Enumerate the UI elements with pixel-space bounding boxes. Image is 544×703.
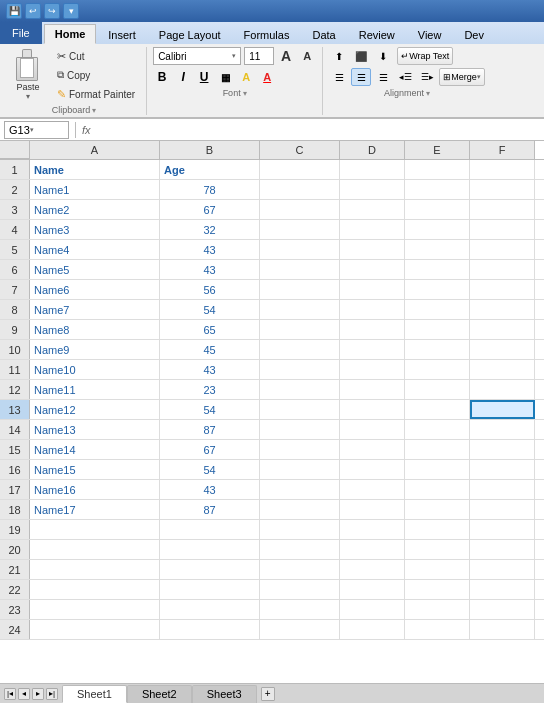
cell-C1[interactable] — [260, 160, 340, 179]
cell-C2[interactable] — [260, 180, 340, 199]
font-size-selector[interactable]: 11 — [244, 47, 274, 65]
cell-E2[interactable] — [405, 180, 470, 199]
cell-C3[interactable] — [260, 200, 340, 219]
merge-button[interactable]: ⊞ Merge ▾ — [439, 68, 485, 86]
sheet-nav-prev[interactable]: ◂ — [18, 688, 30, 700]
cell-D16[interactable] — [340, 460, 405, 479]
row-number-19[interactable]: 19 — [0, 520, 30, 539]
cell-E10[interactable] — [405, 340, 470, 359]
cell-C7[interactable] — [260, 280, 340, 299]
cell-B6[interactable]: 43 — [160, 260, 260, 279]
sheet-nav-next[interactable]: ▸ — [32, 688, 44, 700]
cell-C17[interactable] — [260, 480, 340, 499]
cell-D8[interactable] — [340, 300, 405, 319]
row-number-10[interactable]: 10 — [0, 340, 30, 359]
row-number-3[interactable]: 3 — [0, 200, 30, 219]
row-number-15[interactable]: 15 — [0, 440, 30, 459]
formula-input[interactable] — [102, 121, 540, 139]
cell-A18[interactable]: Name17 — [30, 500, 160, 519]
cell-F6[interactable] — [470, 260, 535, 279]
cell-F7[interactable] — [470, 280, 535, 299]
bold-button[interactable]: B — [153, 68, 171, 86]
col-header-F[interactable]: F — [470, 141, 535, 159]
cell-A10[interactable]: Name9 — [30, 340, 160, 359]
cell-D3[interactable] — [340, 200, 405, 219]
cell-E3[interactable] — [405, 200, 470, 219]
tab-dev[interactable]: Dev — [453, 24, 495, 44]
cell-E1[interactable] — [405, 160, 470, 179]
cell-B22[interactable] — [160, 580, 260, 599]
cell-E23[interactable] — [405, 600, 470, 619]
row-number-17[interactable]: 17 — [0, 480, 30, 499]
wrap-text-button[interactable]: ↵ Wrap Text — [397, 47, 453, 65]
cell-B12[interactable]: 23 — [160, 380, 260, 399]
copy-button[interactable]: ⧉ Copy — [52, 66, 140, 84]
cell-D18[interactable] — [340, 500, 405, 519]
cell-F24[interactable] — [470, 620, 535, 639]
cell-F20[interactable] — [470, 540, 535, 559]
align-left-button[interactable]: ☰ — [329, 68, 349, 86]
cell-C18[interactable] — [260, 500, 340, 519]
tab-formulas[interactable]: Formulas — [233, 24, 301, 44]
cell-E6[interactable] — [405, 260, 470, 279]
cell-D22[interactable] — [340, 580, 405, 599]
cell-E15[interactable] — [405, 440, 470, 459]
row-number-9[interactable]: 9 — [0, 320, 30, 339]
col-header-A[interactable]: A — [30, 141, 160, 159]
cell-F11[interactable] — [470, 360, 535, 379]
row-number-4[interactable]: 4 — [0, 220, 30, 239]
cell-ref-arrow[interactable]: ▾ — [30, 126, 34, 134]
tab-page-layout[interactable]: Page Layout — [148, 24, 232, 44]
cell-E19[interactable] — [405, 520, 470, 539]
cell-A15[interactable]: Name14 — [30, 440, 160, 459]
row-number-7[interactable]: 7 — [0, 280, 30, 299]
row-number-16[interactable]: 16 — [0, 460, 30, 479]
alignment-group-arrow[interactable]: ▾ — [426, 89, 430, 98]
tab-review[interactable]: Review — [348, 24, 406, 44]
cell-F10[interactable] — [470, 340, 535, 359]
cell-C20[interactable] — [260, 540, 340, 559]
cell-A23[interactable] — [30, 600, 160, 619]
cell-C8[interactable] — [260, 300, 340, 319]
cell-E11[interactable] — [405, 360, 470, 379]
tab-insert[interactable]: Insert — [97, 24, 147, 44]
cell-C5[interactable] — [260, 240, 340, 259]
cell-C15[interactable] — [260, 440, 340, 459]
cell-F13[interactable] — [470, 400, 535, 419]
cell-B10[interactable]: 45 — [160, 340, 260, 359]
sheet-tab-sheet3[interactable]: Sheet3 — [192, 685, 257, 703]
cell-F4[interactable] — [470, 220, 535, 239]
cell-F9[interactable] — [470, 320, 535, 339]
cell-D10[interactable] — [340, 340, 405, 359]
cell-D1[interactable] — [340, 160, 405, 179]
paste-button[interactable]: Paste ▾ — [8, 51, 48, 99]
font-color-button[interactable]: A — [258, 68, 276, 86]
cell-A4[interactable]: Name3 — [30, 220, 160, 239]
cell-C21[interactable] — [260, 560, 340, 579]
cell-D19[interactable] — [340, 520, 405, 539]
cell-F14[interactable] — [470, 420, 535, 439]
cell-C12[interactable] — [260, 380, 340, 399]
cell-B4[interactable]: 32 — [160, 220, 260, 239]
cell-B1[interactable]: Age — [160, 160, 260, 179]
cell-C19[interactable] — [260, 520, 340, 539]
cell-F16[interactable] — [470, 460, 535, 479]
cell-D5[interactable] — [340, 240, 405, 259]
cell-A2[interactable]: Name1 — [30, 180, 160, 199]
cell-E24[interactable] — [405, 620, 470, 639]
undo-icon[interactable]: ↩ — [25, 3, 41, 19]
redo-icon[interactable]: ↪ — [44, 3, 60, 19]
cell-F15[interactable] — [470, 440, 535, 459]
cell-B2[interactable]: 78 — [160, 180, 260, 199]
cell-D6[interactable] — [340, 260, 405, 279]
col-header-C[interactable]: C — [260, 141, 340, 159]
cell-F1[interactable] — [470, 160, 535, 179]
cell-B17[interactable]: 43 — [160, 480, 260, 499]
cell-A13[interactable]: Name12 — [30, 400, 160, 419]
cell-E4[interactable] — [405, 220, 470, 239]
tab-file[interactable]: File — [0, 22, 42, 44]
cell-F23[interactable] — [470, 600, 535, 619]
sheet-tab-sheet2[interactable]: Sheet2 — [127, 685, 192, 703]
cell-D7[interactable] — [340, 280, 405, 299]
cell-C11[interactable] — [260, 360, 340, 379]
